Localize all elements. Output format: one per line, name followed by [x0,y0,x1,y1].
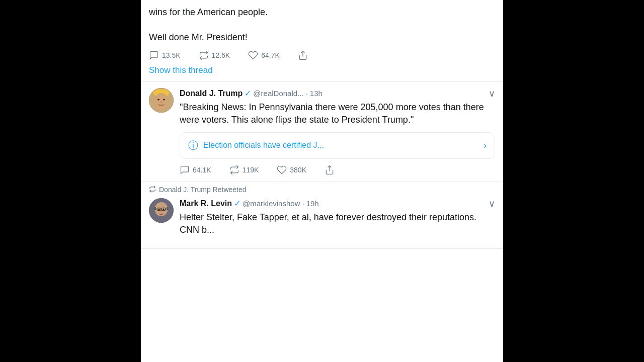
trump-time: · [306,89,308,98]
trump-comment-icon [180,165,190,175]
screen: wins for the American people. Well done … [0,0,644,362]
retweet-action[interactable]: 12.6K [199,50,230,60]
trump-tweet-actions: 64.1K 119K [180,165,495,175]
levin-verified-icon: ✓ [234,199,240,208]
trump-verified-icon: ✓ [245,88,251,98]
heart-icon [248,50,258,60]
right-panel [503,0,644,362]
fact-check-icon: ⓘ [188,139,198,152]
trump-tweet: Donald J. Trump ✓ @realDonald... · 13h ∨… [141,82,503,182]
retweet-header: Donald J. Trump Retweeted [141,182,503,194]
levin-avatar [149,198,174,223]
svg-point-6 [160,101,163,103]
twitter-feed: wins for the American people. Well done … [141,0,503,362]
comment-count: 13.5K [162,51,181,59]
svg-rect-10 [154,207,156,210]
trump-tweet-content: Donald J. Trump ✓ @realDonald... · 13h ∨… [180,88,495,175]
trump-tweet-header: Donald J. Trump ✓ @realDonald... · 13h ∨ [180,88,495,99]
trump-retweet-action[interactable]: 119K [229,165,259,175]
trump-like-action[interactable]: 380K [277,165,306,175]
fact-check-arrow-icon: › [484,140,487,151]
comment-icon [149,50,159,60]
retweet-icon [199,50,209,60]
partial-tweet: wins for the American people. Well done … [141,0,503,82]
svg-point-13 [163,208,165,210]
levin-tweet-header: Mark R. Levin ✓ @marklevinshow · 19h ∨ [180,198,495,209]
retweeted-by-label: Donald J. Trump Retweeted [159,186,247,194]
partial-tweet-text: wins for the American people. Well done … [149,6,495,44]
levin-time: 19h [306,199,319,208]
trump-timestamp: 13h [310,89,323,98]
levin-more-button[interactable]: ∨ [489,198,495,209]
levin-tweet-content: Mark R. Levin ✓ @marklevinshow · 19h ∨ H… [180,198,495,242]
levin-name: Mark R. Levin [180,199,232,208]
levin-tweet: Mark R. Levin ✓ @marklevinshow · 19h ∨ H… [141,194,503,249]
levin-tweet-body: Helter Stelter, Fake Tapper, et al, have… [180,211,495,236]
trump-tweet-body: "Breaking News: In Pennsylvania there we… [180,101,495,126]
levin-dot: · [302,199,304,208]
retweet-section: Donald J. Trump Retweeted [141,182,503,249]
retweet-header-icon [149,186,156,194]
svg-point-5 [163,99,165,100]
trump-retweet-icon [229,165,239,175]
comment-action[interactable]: 13.5K [149,50,181,60]
trump-avatar [149,88,174,113]
trump-share-action[interactable] [325,165,335,175]
share-icon [298,50,308,60]
trump-heart-icon [277,165,287,175]
left-panel [0,0,141,362]
trump-share-icon [325,165,335,175]
share-action[interactable] [298,50,308,60]
like-action[interactable]: 64.7K [248,50,280,60]
tweet-actions: 13.5K 12.6K [149,50,495,60]
svg-rect-11 [167,207,168,210]
levin-handle: @marklevinshow [243,199,300,208]
fact-check-card[interactable]: ⓘ Election officials have certified J...… [180,132,495,159]
retweet-count: 12.6K [212,51,230,59]
svg-point-17 [160,211,163,212]
like-count: 64.7K [261,51,280,59]
trump-more-button[interactable]: ∨ [489,88,495,99]
show-thread-link[interactable]: Show this thread [149,65,495,75]
trump-like-count: 380K [290,166,306,174]
fact-check-text: Election officials have certified J... [203,141,478,150]
trump-comment-count: 64.1K [193,166,211,174]
trump-retweet-count: 119K [243,166,259,174]
svg-point-4 [157,99,159,100]
trump-handle: @realDonald... [253,89,303,98]
trump-name: Donald J. Trump [180,89,243,98]
trump-comment-action[interactable]: 64.1K [180,165,211,175]
svg-point-12 [158,208,160,210]
